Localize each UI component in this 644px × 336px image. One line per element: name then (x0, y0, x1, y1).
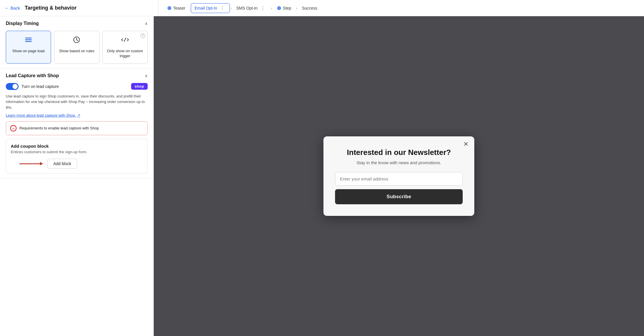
step-sms-label: SMS Opt-In (236, 6, 258, 10)
timing-card-custom[interactable]: ? Only show on custom trigger (102, 31, 148, 64)
timing-cards: Show on page load Show based on rules (6, 31, 148, 64)
svg-line-6 (124, 38, 126, 41)
coupon-block-title: Add coupon block (11, 144, 143, 149)
timing-card-page-load[interactable]: Show on page load (6, 31, 51, 64)
lead-capture-section: Lead Capture with Shop ∧ Turn on lead ca… (0, 68, 153, 179)
step-teaser-label: Teaser (173, 6, 185, 10)
back-button[interactable]: ← Back (5, 6, 20, 11)
modal-subtitle: Stay in the know with news and promotion… (335, 160, 463, 165)
step-step-label: Step (283, 6, 291, 10)
lead-capture-toggle-label: Turn on lead capture (21, 84, 59, 89)
left-panel: Display Timing ∧ Show on page load (0, 16, 154, 336)
timing-card-rules[interactable]: Show based on rules (54, 31, 99, 64)
page-title: Targeting & behavior (25, 5, 77, 11)
add-block-button[interactable]: Add block (47, 159, 77, 169)
step-success-label: Success (302, 6, 317, 10)
lead-capture-link[interactable]: Learn more about lead capture with Shop.… (6, 113, 80, 118)
lead-capture-header: Lead Capture with Shop ∧ (6, 73, 148, 78)
shop-badge: shop (131, 83, 148, 90)
arrow-line (19, 163, 43, 164)
right-panel: ✕ Interested in our Newsletter? Stay in … (154, 16, 644, 336)
step-email-opt-in[interactable]: Email Opt-In ⋮ (191, 3, 230, 13)
modal-close-button[interactable]: ✕ (463, 141, 468, 147)
lead-capture-title: Lead Capture with Shop (6, 73, 59, 78)
step-success[interactable]: Success (298, 0, 321, 16)
step-plus-icon: ⊕ (277, 5, 281, 11)
requirements-box[interactable]: Requirements to enable lead capture with… (6, 121, 148, 135)
top-nav-left: ← Back Targeting & behavior (5, 0, 158, 16)
step-sms-opt-in[interactable]: SMS Opt-In ⋮ (232, 0, 270, 16)
external-link-icon: ↗ (77, 113, 80, 118)
nav-steps: ⊕ Teaser Email Opt-In ⋮ › SMS Opt-In ⋮ ›… (158, 0, 639, 16)
main-layout: Display Timing ∧ Show on page load (0, 16, 644, 336)
page-load-icon (24, 36, 32, 46)
display-timing-header: Display Timing ∧ (6, 21, 148, 26)
requirements-text: Requirements to enable lead capture with… (19, 126, 99, 131)
step-email-label: Email Opt-In (195, 6, 217, 10)
svg-line-5 (77, 40, 78, 41)
back-arrow-icon: ← (5, 6, 9, 11)
requirements-icon (10, 125, 17, 131)
sms-options-icon[interactable]: ⋮ (259, 5, 266, 11)
chevron-2-icon: › (270, 6, 273, 10)
lead-link-text: Learn more about lead capture with Shop. (6, 113, 76, 118)
step-divider-1 (190, 4, 190, 12)
coupon-block-description: Entices customers to submit the sign-up … (11, 150, 143, 154)
lead-capture-collapse-icon[interactable]: ∧ (145, 73, 148, 78)
lead-capture-description: Use lead capture to sign Shop customers … (6, 93, 148, 111)
lead-capture-toggle[interactable] (6, 83, 19, 90)
step-step[interactable]: ⊕ Step (273, 0, 295, 16)
step-teaser[interactable]: ⊕ Teaser (163, 0, 189, 16)
custom-trigger-label: Only show on custom trigger (106, 49, 144, 59)
email-options-icon[interactable]: ⋮ (219, 5, 226, 11)
display-timing-title: Display Timing (6, 21, 39, 26)
coupon-block-card: Add coupon block Entices customers to su… (6, 139, 148, 174)
display-timing-collapse-icon[interactable]: ∧ (145, 21, 148, 26)
newsletter-modal: ✕ Interested in our Newsletter? Stay in … (323, 136, 474, 216)
chevron-3-icon: › (295, 6, 298, 10)
page-load-label: Show on page load (12, 49, 45, 54)
teaser-plus-icon: ⊕ (167, 5, 171, 11)
rules-label: Show based on rules (59, 49, 94, 54)
back-label: Back (10, 6, 20, 10)
rules-icon (73, 36, 81, 46)
subscribe-button[interactable]: Subscribe (335, 189, 463, 204)
top-nav: ← Back Targeting & behavior ⊕ Teaser Ema… (0, 0, 644, 16)
arrow-indicator (19, 163, 43, 164)
modal-title: Interested in our Newsletter? (335, 148, 463, 157)
display-timing-section: Display Timing ∧ Show on page load (0, 16, 153, 68)
custom-trigger-icon (121, 36, 129, 46)
add-block-row: Add block (11, 159, 143, 169)
lead-toggle-row: Turn on lead capture shop (6, 83, 148, 90)
custom-help-icon[interactable]: ? (140, 33, 145, 38)
coupon-block: Add coupon block Entices customers to su… (6, 139, 148, 174)
chevron-1-icon: › (230, 6, 232, 10)
toggle-label-group: Turn on lead capture (6, 83, 59, 90)
email-input[interactable] (335, 172, 463, 186)
